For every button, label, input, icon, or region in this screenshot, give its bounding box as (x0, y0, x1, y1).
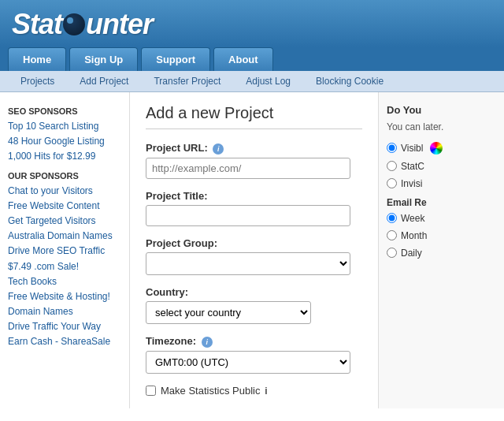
timezone-label: Timezone: i (146, 335, 362, 348)
sidebar-link-tech-books[interactable]: Tech Books (8, 274, 121, 289)
sidebar-link-top10[interactable]: Top 10 Search Listing (8, 119, 121, 134)
nav-projects[interactable]: Projects (8, 71, 67, 91)
project-title-input[interactable] (146, 205, 350, 226)
radio-week[interactable] (387, 213, 397, 223)
radio-month-label: Month (401, 230, 427, 241)
project-title-group: Project Title: (146, 190, 362, 226)
radio-visible-row: Visibl (387, 142, 496, 155)
sidebar-link-com-sale[interactable]: $7.49 .com Sale! (8, 259, 121, 274)
sidebar-link-australia-domain[interactable]: Australia Domain Names (8, 229, 121, 244)
nav-transfer-project[interactable]: Transfer Project (141, 71, 233, 91)
sidebar-link-drive-traffic[interactable]: Drive Traffic Your Way (8, 319, 121, 334)
primary-nav: Home Sign Up Support About (0, 47, 504, 71)
project-url-input[interactable] (146, 158, 350, 179)
radio-daily[interactable] (387, 248, 397, 258)
project-url-group: Project URL: i (146, 142, 362, 179)
radio-statc[interactable] (387, 161, 397, 171)
logo-text2: unter (86, 8, 153, 41)
radio-month[interactable] (387, 230, 397, 240)
sidebar-link-free-hosting[interactable]: Free Website & Hosting! (8, 289, 121, 304)
country-select[interactable]: select your country Australia United Sta… (146, 301, 311, 324)
project-group-group: Project Group: (146, 237, 362, 275)
make-stats-public-checkbox[interactable] (146, 386, 156, 396)
sidebar-link-chat[interactable]: Chat to your Visitors (8, 184, 121, 199)
sidebar-link-free-content[interactable]: Free Website Content (8, 199, 121, 214)
radio-month-row: Month (387, 230, 496, 241)
radio-week-label: Week (401, 213, 424, 224)
radio-daily-label: Daily (401, 248, 422, 259)
project-url-label: Project URL: i (146, 142, 362, 155)
radio-statc-row: StatC (387, 161, 496, 172)
content-area: SEO SPONSORS Top 10 Search Listing 48 Ho… (0, 92, 504, 408)
right-panel-description: You can later. (387, 121, 496, 134)
secondary-nav: Projects Add Project Transfer Project Ad… (0, 71, 504, 92)
header: Stat unter (0, 0, 504, 47)
sidebar: SEO SPONSORS Top 10 Search Listing 48 Ho… (0, 92, 130, 408)
page-title: Add a new Project (146, 104, 362, 129)
project-url-info-icon[interactable]: i (213, 143, 224, 155)
nav-blocking-cookie[interactable]: Blocking Cookie (303, 71, 396, 91)
country-label: Country: (146, 286, 362, 298)
color-circle-icon (430, 142, 443, 155)
project-group-select[interactable] (146, 252, 350, 275)
logo-icon (63, 13, 85, 35)
make-stats-public-label: Make Statistics Public (161, 385, 260, 397)
sidebar-link-targeted[interactable]: Get Targeted Visitors (8, 214, 121, 229)
nav-home[interactable]: Home (8, 47, 66, 71)
radio-statc-label: StatC (401, 161, 424, 172)
timezone-select[interactable]: GMT0:00 (UTC) (146, 351, 350, 374)
sidebar-link-seo-traffic[interactable]: Drive More SEO Traffic (8, 244, 121, 259)
sidebar-link-1000hits[interactable]: 1,000 Hits for $12.99 (8, 149, 121, 164)
radio-invisi[interactable] (387, 178, 397, 188)
nav-signup[interactable]: Sign Up (69, 47, 138, 71)
sidebar-link-48hour[interactable]: 48 Hour Google Listing (8, 134, 121, 149)
logo-text: Stat (12, 8, 62, 41)
make-stats-public-row: Make Statistics Public i (146, 385, 362, 397)
radio-week-row: Week (387, 213, 496, 224)
main-content: Add a new Project Project URL: i Project… (130, 92, 378, 408)
logo: Stat unter (12, 8, 492, 41)
timezone-group: Timezone: i GMT0:00 (UTC) (146, 335, 362, 374)
nav-adjust-log[interactable]: Adjust Log (233, 71, 303, 91)
project-title-label: Project Title: (146, 190, 362, 202)
radio-invisi-label: Invisi (401, 178, 422, 189)
radio-visible[interactable] (387, 143, 397, 153)
our-sponsors-title: OUR SPONSORS (8, 171, 121, 181)
country-group: Country: select your country Australia U… (146, 286, 362, 324)
radio-invisi-row: Invisi (387, 178, 496, 189)
nav-support[interactable]: Support (141, 47, 210, 71)
seo-sponsors-title: SEO SPONSORS (8, 106, 121, 116)
nav-about[interactable]: About (213, 47, 273, 71)
sidebar-link-earn-cash[interactable]: Earn Cash - ShareaSale (8, 334, 121, 349)
timezone-info-icon[interactable]: i (202, 337, 213, 348)
make-stats-info-icon[interactable]: i (265, 385, 267, 397)
email-section-title: Email Re (387, 197, 496, 208)
radio-daily-row: Daily (387, 248, 496, 259)
right-panel: Do You You can later. Visibl StatC Invis… (378, 92, 504, 408)
right-panel-title: Do You (387, 104, 496, 116)
radio-visible-label: Visibl (401, 143, 423, 154)
nav-add-project[interactable]: Add Project (67, 71, 141, 91)
sidebar-link-domain-names[interactable]: Domain Names (8, 304, 121, 319)
project-group-label: Project Group: (146, 237, 362, 249)
